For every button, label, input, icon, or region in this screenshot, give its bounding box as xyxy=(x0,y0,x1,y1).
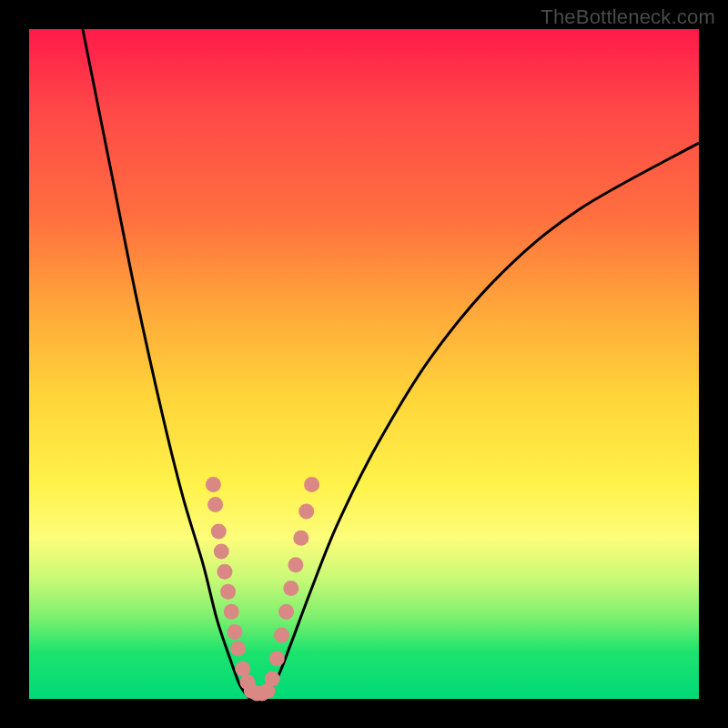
data-marker xyxy=(288,557,303,572)
bottleneck-curve-right xyxy=(264,143,699,699)
data-marker xyxy=(217,564,232,580)
data-marker xyxy=(269,651,285,666)
watermark-text: TheBottleneck.com xyxy=(541,5,715,29)
data-marker xyxy=(214,544,229,560)
data-marker xyxy=(283,581,298,596)
data-marker xyxy=(227,624,242,640)
chart-frame: TheBottleneck.com xyxy=(0,0,728,728)
data-marker xyxy=(230,641,246,656)
data-marker xyxy=(274,628,289,643)
data-marker xyxy=(224,604,239,620)
data-marker xyxy=(298,503,314,519)
curve-layer xyxy=(83,29,699,699)
data-marker xyxy=(304,477,319,492)
data-marker xyxy=(293,531,308,546)
data-marker xyxy=(206,477,221,492)
data-marker xyxy=(278,604,294,620)
data-marker xyxy=(220,584,236,600)
chart-svg xyxy=(29,29,699,699)
marker-layer xyxy=(206,477,319,702)
data-marker xyxy=(265,671,280,686)
data-marker xyxy=(207,497,223,512)
data-marker xyxy=(211,524,227,540)
data-marker xyxy=(235,661,250,676)
